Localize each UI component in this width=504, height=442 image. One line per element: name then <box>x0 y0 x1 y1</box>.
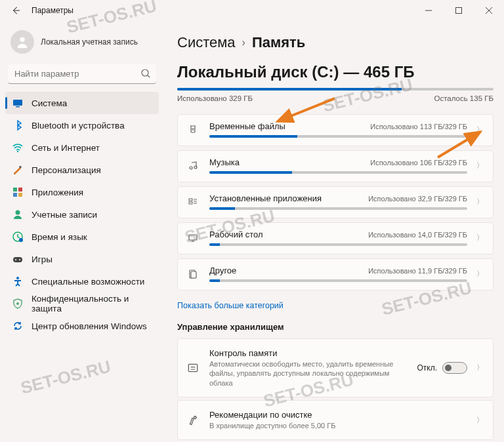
category-title: Рабочий стол <box>209 230 263 239</box>
nav-label: Персонализация <box>32 165 101 175</box>
svg-rect-29 <box>191 271 196 278</box>
nav-label: Конфиденциальность и защита <box>32 294 152 313</box>
category-bar <box>209 243 467 246</box>
svg-rect-25 <box>189 199 192 201</box>
svg-rect-27 <box>189 235 197 240</box>
breadcrumb-parent[interactable]: Система <box>177 34 236 51</box>
chevron-right-icon: 〉 <box>476 233 484 243</box>
disk-used-label: Использовано 329 ГБ <box>177 94 253 102</box>
toggle-label: Откл. <box>417 363 437 372</box>
storage-category-desktop[interactable]: Рабочий столИспользовано 14,0 ГБ/329 ГБ〉 <box>177 222 494 254</box>
search-icon <box>140 68 151 81</box>
nav-item-bluetooth[interactable]: Bluetooth и устройства <box>5 114 159 136</box>
nav-item-system[interactable]: Система <box>5 92 159 114</box>
system-icon <box>12 97 24 109</box>
storage-category-music[interactable]: МузыкаИспользовано 106 ГБ/329 ГБ〉 <box>177 150 494 182</box>
window-title: Параметры <box>32 6 74 15</box>
close-button[interactable] <box>474 0 504 21</box>
svg-rect-12 <box>18 188 22 191</box>
maximize-button[interactable] <box>444 0 474 21</box>
nav-label: Учетные записи <box>32 210 97 220</box>
management-heading: Управление хранилищем <box>177 322 494 332</box>
category-usage: Использовано 106 ГБ/329 ГБ <box>370 159 467 167</box>
avatar <box>10 30 34 54</box>
mgmt-title: Контроль памяти <box>209 348 408 358</box>
chevron-right-icon: 〉 <box>476 363 484 372</box>
mgmt-desc: В хранилище доступно более 5,00 ГБ <box>209 421 467 430</box>
category-bar <box>209 279 467 282</box>
mgmt-desc: Автоматически освободить место, удалить … <box>209 359 408 388</box>
temp-icon <box>186 123 200 137</box>
apps-icon <box>12 186 24 198</box>
accounts-icon <box>12 209 24 220</box>
chevron-right-icon: 〉 <box>476 161 484 171</box>
svg-point-4 <box>20 37 24 42</box>
account-label: Локальная учетная запись <box>41 37 138 47</box>
svg-line-6 <box>148 75 150 77</box>
search-input[interactable] <box>8 64 156 84</box>
nav-label: Система <box>32 98 67 108</box>
svg-point-23 <box>190 167 192 169</box>
music-icon <box>186 159 200 173</box>
minimize-button[interactable] <box>413 0 444 21</box>
nav-item-wifi[interactable]: Сеть и Интернет <box>5 136 159 159</box>
nav-item-accounts[interactable]: Учетные записи <box>5 203 159 226</box>
other-icon <box>186 267 200 281</box>
svg-point-20 <box>19 259 20 260</box>
privacy-icon <box>12 298 24 310</box>
nav-item-accessibility[interactable]: Специальные возможности <box>5 270 159 292</box>
storage-category-temp[interactable]: Временные файлыИспользовано 113 ГБ/329 Г… <box>177 114 494 146</box>
nav-label: Сеть и Интернет <box>32 143 100 153</box>
back-button[interactable] <box>8 3 24 18</box>
svg-point-9 <box>17 151 18 152</box>
nav-item-apps[interactable]: Приложения <box>5 181 159 203</box>
nav-label: Игры <box>32 254 52 264</box>
svg-point-21 <box>16 277 19 279</box>
svg-rect-8 <box>16 106 20 108</box>
svg-rect-14 <box>18 193 22 197</box>
nav-item-personalize[interactable]: Персонализация <box>5 159 159 181</box>
search-box[interactable] <box>8 64 156 84</box>
category-title: Музыка <box>209 157 240 167</box>
svg-rect-18 <box>13 257 22 262</box>
category-usage: Использовано 14,0 ГБ/329 ГБ <box>368 231 467 239</box>
category-title: Временные файлы <box>209 121 285 131</box>
category-bar <box>209 135 467 138</box>
breadcrumb: Система › Память <box>177 34 494 51</box>
svg-point-22 <box>16 302 19 305</box>
desktop-icon <box>186 231 200 245</box>
apps-icon <box>186 195 200 209</box>
storage-category-other[interactable]: ДругоеИспользовано 11,9 ГБ/329 ГБ〉 <box>177 258 494 291</box>
chevron-right-icon: 〉 <box>476 125 484 134</box>
disk-usage-bar <box>177 88 494 90</box>
time-icon <box>12 231 24 243</box>
chevron-right-icon: › <box>242 37 245 49</box>
mgmt-title: Рекомендации по очистке <box>209 410 467 420</box>
disk-title: Локальный диск (C:) — 465 ГБ <box>177 63 494 81</box>
svg-rect-30 <box>188 364 197 371</box>
cleanup-icon <box>186 413 200 428</box>
nav-item-privacy[interactable]: Конфиденциальность и защита <box>5 292 159 315</box>
category-usage: Использовано 32,9 ГБ/329 ГБ <box>368 195 467 203</box>
nav-item-time[interactable]: Время и язык <box>5 226 159 248</box>
show-more-link[interactable]: Показать больше категорий <box>177 294 284 322</box>
toggle-switch[interactable] <box>442 362 467 374</box>
chevron-right-icon: 〉 <box>476 415 484 425</box>
svg-rect-11 <box>13 188 17 191</box>
storage-sense-icon <box>186 361 200 375</box>
wifi-icon <box>12 142 24 153</box>
category-title: Установленные приложения <box>209 193 322 203</box>
svg-rect-26 <box>189 202 192 204</box>
mgmt-cleanup[interactable]: Рекомендации по очисткеВ хранилище досту… <box>177 400 494 440</box>
category-bar <box>209 207 467 210</box>
nav-label: Bluetooth и устройства <box>32 121 125 131</box>
nav-item-gaming[interactable]: Игры <box>5 248 159 270</box>
breadcrumb-current: Память <box>252 34 305 51</box>
mgmt-storage-sense[interactable]: Контроль памятиАвтоматически освободить … <box>177 338 494 397</box>
storage-category-apps[interactable]: Установленные приложенияИспользовано 32,… <box>177 186 494 218</box>
svg-rect-7 <box>13 100 22 106</box>
category-usage: Использовано 113 ГБ/329 ГБ <box>370 123 467 131</box>
personalize-icon <box>12 164 24 176</box>
nav-item-update[interactable]: Центр обновления Windows <box>5 315 159 337</box>
account-block[interactable]: Локальная учетная запись <box>5 26 159 60</box>
